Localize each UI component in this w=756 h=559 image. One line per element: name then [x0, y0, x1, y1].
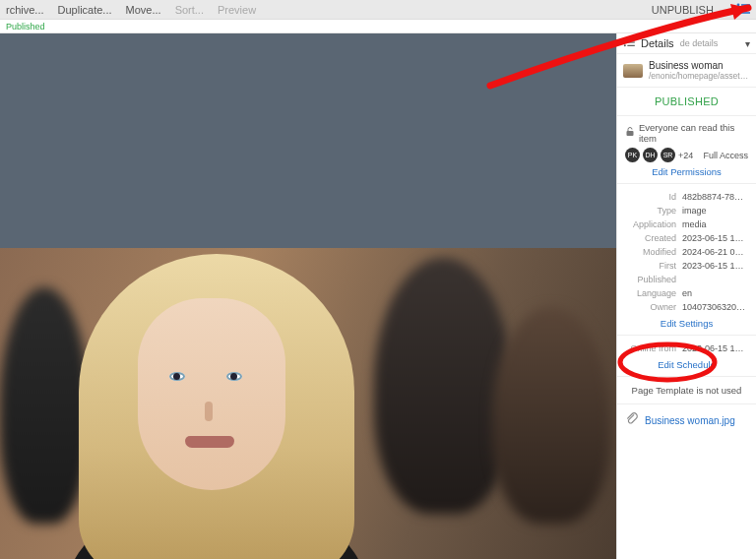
prop-value: 2023-06-15 15:17:53	[682, 342, 748, 355]
props-block: Id482b8874-7818-4dc5-83... Typeimage App…	[617, 184, 756, 336]
prop-key: Created	[625, 231, 682, 245]
prop-value: 482b8874-7818-4dc5-83...	[682, 190, 748, 204]
asset-path: /enonic/homepage/assets/Busi...	[649, 71, 750, 81]
prop-key: Owner	[625, 300, 682, 314]
asset-thumbnail	[623, 64, 643, 78]
svg-point-6	[624, 38, 626, 40]
access-block: Everyone can read this item PK DH SR +24…	[617, 116, 756, 184]
prop-key: Type	[625, 204, 682, 217]
svg-point-10	[624, 44, 626, 46]
prop-value: 2023-06-15 15:17:53	[682, 259, 748, 286]
prop-key: First Published	[625, 259, 682, 286]
edit-settings-link[interactable]: Edit Settings	[625, 318, 748, 329]
access-text: Everyone can read this item	[639, 122, 748, 144]
svg-point-4	[737, 11, 740, 14]
prop-value: 2023-06-15 15:16:18	[682, 231, 748, 245]
avatar: DH	[643, 148, 658, 162]
prop-key: Application	[625, 217, 682, 231]
page-template-info: Page Template is not used	[617, 377, 756, 404]
archive-button[interactable]: rchive...	[6, 4, 44, 16]
prop-value: media	[682, 217, 707, 231]
unpublish-button[interactable]: UNPUBLISH...	[652, 4, 723, 16]
details-panel: Details de details ▾ Business woman /eno…	[616, 33, 756, 559]
preview-image	[0, 248, 616, 559]
prop-value: 104073063204626424205	[682, 300, 748, 314]
prop-key: Id	[625, 190, 682, 204]
details-caret-icon[interactable]: ▾	[745, 38, 750, 49]
svg-rect-7	[627, 38, 635, 39]
avatar: PK	[625, 148, 640, 162]
prop-key: Online from	[625, 342, 682, 355]
svg-point-2	[737, 7, 740, 10]
avatar: SR	[661, 148, 675, 162]
status-label: Published	[6, 22, 45, 31]
svg-rect-3	[741, 8, 750, 10]
preview-button: Preview	[218, 4, 256, 16]
panel-toggle-icon[interactable]	[736, 3, 750, 17]
svg-point-0	[737, 3, 740, 6]
svg-point-8	[624, 41, 626, 43]
asset-name: Business woman	[649, 60, 750, 71]
avatar-more: +24	[678, 151, 693, 160]
move-button[interactable]: Move...	[126, 4, 161, 16]
details-header: Details de details ▾	[617, 33, 756, 54]
edit-schedule-link[interactable]: Edit Schedule	[625, 359, 748, 370]
prop-value: 2024-06-21 09:29:25	[682, 245, 748, 259]
publish-status: PUBLISHED	[617, 88, 756, 116]
full-access-label: Full Access	[703, 151, 748, 160]
details-title: Details	[641, 37, 674, 49]
paperclip-icon	[625, 412, 639, 428]
edit-permissions-link[interactable]: Edit Permissions	[625, 166, 748, 177]
svg-rect-12	[627, 131, 634, 136]
svg-rect-5	[741, 12, 750, 14]
prop-key: Language	[625, 286, 682, 300]
svg-rect-11	[627, 45, 635, 46]
hide-details-link[interactable]: de details	[680, 38, 719, 48]
sort-button: Sort...	[175, 4, 204, 16]
online-block: Online from2023-06-15 15:17:53 Edit Sche…	[617, 336, 756, 377]
preview-area	[0, 33, 616, 559]
duplicate-button[interactable]: Duplicate...	[58, 4, 112, 16]
attachment-link[interactable]: Business woman.jpg	[645, 415, 735, 426]
bullet-list-icon	[623, 37, 635, 49]
prop-value: en	[682, 286, 692, 300]
toolbar: rchive... Duplicate... Move... Sort... P…	[0, 0, 756, 20]
prop-key: Modified	[625, 245, 682, 259]
status-strip: Published	[0, 20, 756, 33]
asset-row: Business woman /enonic/homepage/assets/B…	[617, 54, 756, 88]
content-row: Details de details ▾ Business woman /eno…	[0, 33, 756, 559]
svg-rect-1	[741, 4, 750, 6]
attachment-row: Business woman.jpg	[617, 404, 756, 436]
svg-rect-9	[627, 41, 635, 42]
lock-open-icon	[625, 127, 635, 139]
prop-value: image	[682, 204, 707, 217]
